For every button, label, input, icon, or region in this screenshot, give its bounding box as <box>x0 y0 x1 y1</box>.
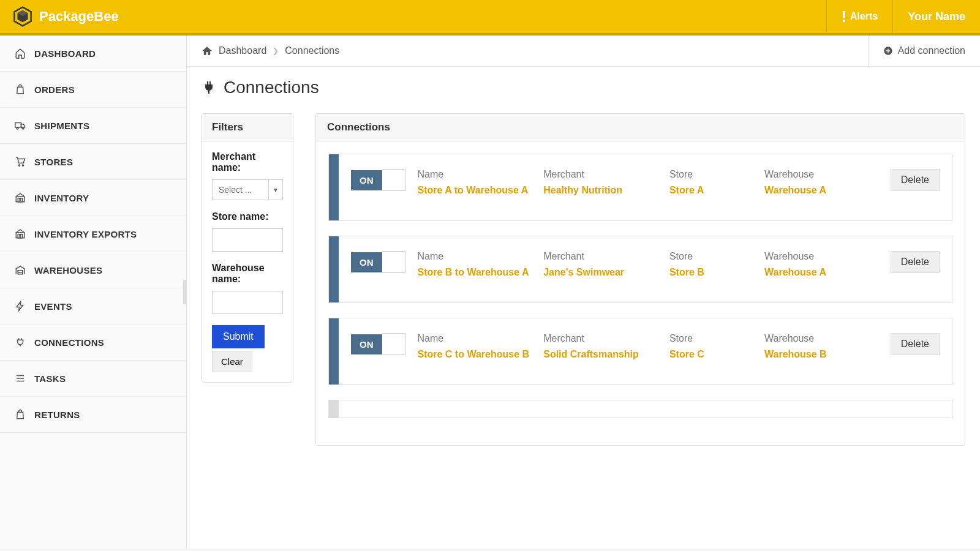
brand[interactable]: PackageBee <box>0 6 119 27</box>
alerts-label: Alerts <box>850 11 878 22</box>
sidebar: DASHBOARD ORDERS SHIPMENTS STORES INVENT… <box>0 36 187 549</box>
warehouse-link[interactable]: Warehouse A <box>764 184 878 197</box>
app-header: PackageBee Alerts Your Name <box>0 0 980 36</box>
store-link[interactable]: Store C <box>669 348 752 361</box>
logo-icon <box>12 6 33 27</box>
connections-panel: Connections ON Name Store A to Warehouse… <box>315 113 965 446</box>
nav-dashboard[interactable]: DASHBOARD <box>0 36 186 72</box>
nav-label: CONNECTIONS <box>34 337 104 348</box>
nav-warehouses[interactable]: WAREHOUSES <box>0 252 186 288</box>
inventory-icon <box>15 192 26 203</box>
merchant-select-input[interactable] <box>212 179 268 200</box>
nav-label: DASHBOARD <box>34 48 96 59</box>
col-label-merchant: Merchant <box>543 333 657 344</box>
warehouse-name-input[interactable] <box>212 291 283 314</box>
card-stripe <box>329 154 339 220</box>
plug-icon <box>15 337 26 348</box>
svg-point-6 <box>17 127 18 129</box>
nav-connections[interactable]: CONNECTIONS <box>0 324 186 361</box>
breadcrumb-dashboard[interactable]: Dashboard <box>219 45 266 56</box>
card-stripe <box>329 400 339 418</box>
nav-returns[interactable]: RETURNS <box>0 397 186 433</box>
bolt-icon <box>15 301 26 312</box>
svg-rect-15 <box>21 234 23 238</box>
warehouse-link[interactable]: Warehouse B <box>764 348 878 361</box>
col-label-warehouse: Warehouse <box>764 333 878 344</box>
nav-label: SHIPMENTS <box>34 121 89 131</box>
connection-name-link[interactable]: Store A to Warehouse A <box>418 184 532 197</box>
nav-label: EVENTS <box>34 301 72 312</box>
bag-icon <box>15 84 26 95</box>
svg-rect-11 <box>18 198 20 202</box>
toggle-on-label: ON <box>351 170 382 190</box>
nav-label: WAREHOUSES <box>34 265 102 276</box>
col-label-warehouse: Warehouse <box>764 251 878 262</box>
user-menu[interactable]: Your Name <box>892 0 980 33</box>
nav-label: STORES <box>34 157 73 167</box>
toggle-off-area <box>382 169 405 191</box>
nav-label: RETURNS <box>34 410 80 420</box>
status-toggle[interactable]: ON <box>351 251 405 273</box>
page-title: Connections <box>187 67 980 113</box>
alerts-button[interactable]: Alerts <box>826 0 892 33</box>
store-link[interactable]: Store B <box>669 266 752 279</box>
brand-name: PackageBee <box>39 9 119 24</box>
toggle-off-area <box>382 251 405 273</box>
store-name-label: Store name: <box>212 211 283 222</box>
clear-button[interactable]: Clear <box>212 351 252 372</box>
plug-icon <box>202 79 216 96</box>
delete-button[interactable]: Delete <box>891 333 940 355</box>
connection-name-link[interactable]: Store B to Warehouse A <box>418 266 532 279</box>
add-connection-button[interactable]: Add connection <box>868 36 980 66</box>
nav-stores[interactable]: STORES <box>0 144 186 180</box>
delete-button[interactable]: Delete <box>891 169 940 191</box>
svg-rect-14 <box>18 234 20 238</box>
nav-inventory[interactable]: INVENTORY <box>0 180 186 216</box>
breadcrumb: Dashboard ❯ Connections <box>187 36 354 66</box>
submit-button[interactable]: Submit <box>212 325 265 348</box>
breadcrumb-current: Connections <box>285 45 339 56</box>
header-right: Alerts Your Name <box>826 0 980 33</box>
connection-card: ON Name Store B to Warehouse A Merchant … <box>328 236 952 303</box>
sidebar-resize-handle[interactable] <box>183 280 187 304</box>
svg-point-8 <box>18 165 20 166</box>
inventory-export-icon <box>15 228 26 239</box>
cart-icon <box>15 156 26 167</box>
card-stripe <box>329 236 339 302</box>
connection-card-partial <box>328 400 952 418</box>
nav-shipments[interactable]: SHIPMENTS <box>0 108 186 144</box>
card-stripe <box>329 318 339 384</box>
svg-point-9 <box>22 165 23 166</box>
store-name-input[interactable] <box>212 228 283 252</box>
col-label-store: Store <box>669 333 752 344</box>
list-icon <box>15 373 26 384</box>
nav-inventory-exports[interactable]: INVENTORY EXPORTS <box>0 216 186 252</box>
chevron-down-icon[interactable]: ▼ <box>268 179 283 200</box>
alert-icon <box>842 11 846 22</box>
nav-label: TASKS <box>34 373 66 384</box>
merchant-select[interactable]: ▼ <box>212 179 283 200</box>
merchant-link[interactable]: Solid Craftsmanship <box>543 348 657 361</box>
svg-rect-3 <box>843 11 845 18</box>
nav-events[interactable]: EVENTS <box>0 288 186 324</box>
status-toggle[interactable]: ON <box>351 169 405 191</box>
add-connection-label: Add connection <box>898 45 965 56</box>
nav-label: INVENTORY <box>34 193 89 203</box>
svg-point-7 <box>22 127 24 129</box>
store-link[interactable]: Store A <box>669 184 752 197</box>
merchant-link[interactable]: Jane's Swimwear <box>543 266 657 279</box>
nav-tasks[interactable]: TASKS <box>0 361 186 397</box>
toggle-off-area <box>382 333 405 355</box>
delete-button[interactable]: Delete <box>891 251 940 273</box>
nav-orders[interactable]: ORDERS <box>0 72 186 108</box>
home-icon <box>15 48 26 59</box>
topbar: Dashboard ❯ Connections Add connection <box>187 36 980 67</box>
warehouse-link[interactable]: Warehouse A <box>764 266 878 279</box>
status-toggle[interactable]: ON <box>351 333 405 355</box>
svg-rect-4 <box>843 20 845 22</box>
connection-card: ON Name Store C to Warehouse B Merchant … <box>328 318 952 385</box>
col-label-name: Name <box>418 251 532 262</box>
merchant-link[interactable]: Healthy Nutrition <box>543 184 657 197</box>
connections-panel-title: Connections <box>316 114 965 141</box>
connection-name-link[interactable]: Store C to Warehouse B <box>418 348 532 361</box>
